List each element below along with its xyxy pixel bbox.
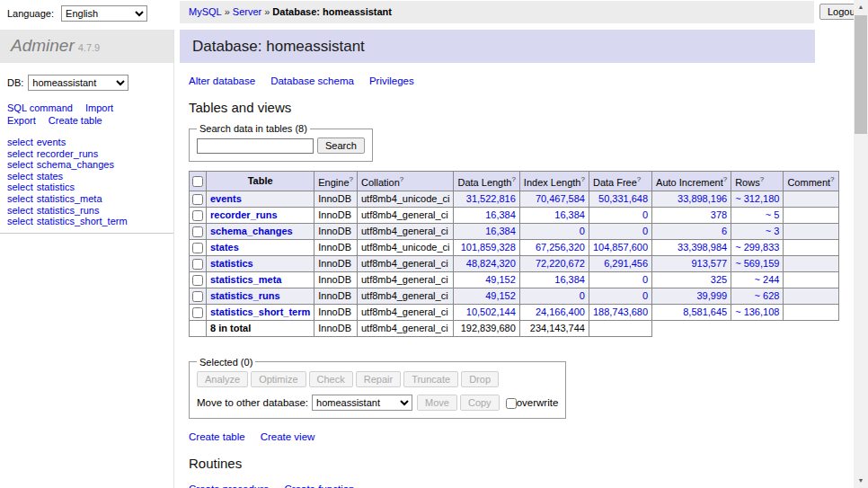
select-table-link[interactable]: select [7, 137, 33, 147]
scroll-up-arrow-icon[interactable]: ▲ [854, 0, 868, 14]
sidebar-table-item: selectschema_changes [7, 159, 173, 171]
select-table-link[interactable]: select [7, 148, 33, 159]
sidebar-table-item: selectevents [7, 137, 173, 148]
database-schema-link[interactable]: Database schema [270, 75, 354, 86]
overwrite-checkbox[interactable] [506, 398, 517, 409]
auto-increment-help-link[interactable]: ? [723, 175, 727, 183]
create-table-link[interactable]: Create table [189, 431, 245, 442]
sidebar-create-table-link[interactable]: Create table [49, 115, 102, 126]
table-name-link[interactable]: events [210, 193, 242, 204]
index-length-cell: 16,384 [519, 271, 589, 288]
adminer-logo-link[interactable]: Adminer [11, 36, 75, 55]
export-link[interactable]: Export [7, 115, 36, 126]
collation-cell: utf8mb4_general_ci [358, 288, 454, 304]
table-structure-link[interactable]: statistics_short_term [37, 216, 128, 226]
row-checkbox[interactable] [192, 194, 203, 205]
table-name-link[interactable]: schema_changes [210, 226, 293, 236]
language-select[interactable]: English [61, 5, 147, 22]
col-rows-label: Rows [735, 177, 760, 188]
table-name-link[interactable]: statistics_runs [210, 290, 280, 301]
selected-actions: AnalyzeOptimizeCheckRepairTruncateDrop [197, 371, 558, 387]
create-view-link[interactable]: Create view [261, 431, 315, 442]
table-name-link[interactable]: statistics [210, 258, 253, 269]
sidebar-border [173, 30, 174, 488]
sql-command-link[interactable]: SQL command [7, 102, 73, 113]
move-label: Move to other database: [197, 397, 308, 408]
data-length-cell: 16,384 [454, 223, 519, 239]
table-structure-link[interactable]: statistics_meta [37, 193, 102, 204]
table-row: statistics InnoDB utf8mb4_general_ci 48,… [190, 255, 839, 271]
col-table-label: Table [248, 175, 273, 186]
create-procedure-link[interactable]: Create procedure [189, 484, 270, 488]
analyze-button: Analyze [197, 371, 248, 387]
rows-count-link[interactable]: ~ 628 [755, 290, 780, 301]
select-all-checkbox[interactable] [192, 176, 203, 187]
scrollbar[interactable]: ▲ ▼ [854, 0, 868, 488]
move-db-select[interactable]: homeassistant [312, 395, 412, 411]
rows-count-link[interactable]: ~ 136,108 [735, 306, 779, 317]
index-length-help-link[interactable]: ? [580, 175, 584, 183]
breadcrumb: MySQL»Server»Database: homeassistant [180, 1, 814, 23]
table-name-cell: events [207, 191, 314, 207]
table-name-cell: statistics [207, 255, 314, 271]
create-function-link[interactable]: Create function [285, 484, 355, 488]
select-table-link[interactable]: select [7, 216, 33, 226]
select-table-link[interactable]: select [7, 159, 33, 170]
table-name-link[interactable]: statistics_meta [210, 274, 282, 285]
rows-count-link[interactable]: ~ 244 [755, 274, 780, 285]
collation-cell: utf8mb4_general_ci [358, 207, 454, 223]
table-structure-link[interactable]: statistics_runs [37, 205, 100, 216]
breadcrumb-server-link[interactable]: Server [233, 6, 261, 17]
table-structure-link[interactable]: events [37, 137, 66, 147]
row-checkbox-cell [190, 271, 207, 288]
table-name-link[interactable]: recorder_runs [210, 209, 278, 220]
row-checkbox[interactable] [192, 210, 203, 221]
table-structure-link[interactable]: schema_changes [37, 159, 114, 170]
engine-help-link[interactable]: ? [350, 175, 353, 183]
rows-count-link[interactable]: ~ 299,833 [735, 242, 779, 253]
select-table-link[interactable]: select [7, 193, 33, 204]
select-table-link[interactable]: select [7, 182, 33, 192]
row-checkbox-cell [190, 288, 207, 304]
collation-cell: utf8mb4_unicode_ci [358, 239, 454, 255]
table-name-link[interactable]: statistics_short_term [210, 306, 310, 317]
collation-help-link[interactable]: ? [400, 175, 403, 183]
select-table-link[interactable]: select [7, 205, 33, 216]
rows-count-link[interactable]: ~ 3 [766, 226, 780, 236]
row-checkbox[interactable] [192, 259, 203, 270]
row-checkbox[interactable] [192, 291, 203, 302]
rows-count-link[interactable]: ~ 312,180 [735, 193, 779, 204]
search-button[interactable]: Search [317, 138, 365, 154]
col-engine: Engine? [314, 172, 358, 191]
breadcrumb-mysql-link[interactable]: MySQL [189, 6, 222, 17]
sidebar-nav-line: SQL commandImport [7, 102, 173, 114]
table-name-link[interactable]: states [210, 242, 239, 253]
table-structure-link[interactable]: recorder_runs [37, 148, 98, 159]
table-structure-link[interactable]: states [37, 171, 63, 182]
table-name-cell: schema_changes [207, 223, 314, 239]
alter-database-link[interactable]: Alter database [189, 75, 255, 86]
privileges-link[interactable]: Privileges [369, 75, 414, 86]
import-link[interactable]: Import [85, 102, 113, 113]
table-row: statistics_short_term InnoDB utf8mb4_gen… [190, 304, 839, 320]
col-auto-increment: Auto Increment? [652, 172, 731, 191]
scroll-thumb[interactable] [855, 15, 867, 134]
search-input[interactable] [197, 138, 314, 154]
rows-cell: ~ 299,833 [731, 239, 784, 255]
rows-count-link[interactable]: ~ 5 [766, 209, 780, 220]
db-select[interactable]: homeassistant [28, 75, 128, 91]
row-checkbox[interactable] [192, 226, 203, 237]
row-checkbox[interactable] [192, 307, 203, 318]
table-structure-link[interactable]: statistics [37, 182, 75, 192]
data-free-help-link[interactable]: ? [637, 175, 641, 183]
rows-help-link[interactable]: ? [760, 175, 764, 183]
auto-increment-cell: 325 [652, 271, 731, 288]
comment-help-link[interactable]: ? [830, 175, 834, 183]
select-table-link[interactable]: select [7, 171, 33, 182]
data-length-help-link[interactable]: ? [511, 175, 515, 183]
row-checkbox[interactable] [192, 275, 203, 286]
comment-cell [784, 239, 838, 255]
row-checkbox[interactable] [192, 243, 203, 253]
rows-count-link[interactable]: ~ 569,159 [735, 258, 779, 269]
scroll-down-arrow-icon[interactable]: ▼ [854, 474, 868, 488]
